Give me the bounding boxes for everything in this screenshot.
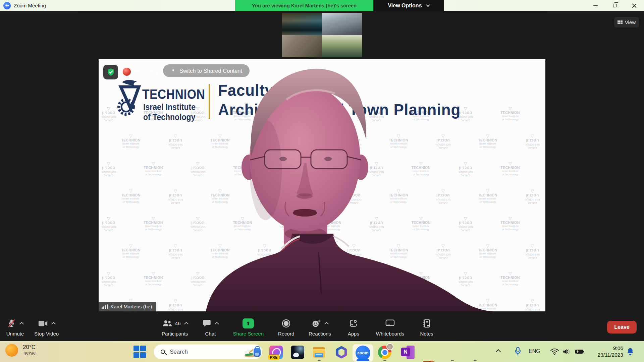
shared-screen-thumbnail[interactable] (282, 13, 362, 57)
zoom-toolbar: Unmute Stop Video (0, 313, 644, 341)
title-bar: Zoom Meeting You are viewing Karel Marte… (0, 0, 644, 11)
participants-button[interactable]: 46 Participants (162, 318, 188, 337)
restore-button[interactable] (605, 0, 625, 11)
zoom-taskbar-active[interactable]: zoom (353, 344, 373, 362)
meeting-area: View ▽הטכניוןמכון טכנולוגילישראל▽TECHNIO… (0, 11, 644, 341)
thumb-earthquake-rubble (282, 35, 322, 57)
search-input[interactable] (170, 349, 244, 355)
video-camera-icon (38, 319, 48, 328)
video-options-chevron[interactable] (51, 322, 56, 326)
speaker-video-tile: ▽הטכניוןמכון טכנולוגילישראל▽TECHNIONIsra… (99, 59, 545, 311)
weather-temperature: 20°C (23, 344, 36, 351)
view-layout-button[interactable]: View (614, 17, 639, 27)
wifi-icon[interactable] (550, 348, 559, 355)
kindle-app-icon[interactable] (291, 346, 304, 359)
onenote-icon[interactable]: N (401, 346, 415, 359)
windows-taskbar: 20°C שמשי PRE zoom (0, 341, 644, 362)
microphone-muted-icon (7, 319, 16, 328)
weather-condition: שמשי (23, 351, 36, 357)
restore-icon (613, 4, 617, 7)
running-indicator-word (451, 360, 454, 361)
reactions-options-chevron[interactable] (325, 322, 329, 326)
pin-icon (170, 68, 176, 74)
running-indicator-excel (474, 360, 477, 361)
minimize-icon (593, 5, 598, 6)
viewing-banner-text: You are viewing Karel Martens (he)'s scr… (252, 3, 357, 8)
zoom-meeting-window: Zoom Meeting You are viewing Karel Marte… (0, 0, 644, 362)
chat-options-chevron[interactable] (215, 322, 219, 326)
recording-indicator-icon (123, 68, 131, 76)
tray-date: 23/11/2023 (584, 352, 623, 358)
chrome-profile-avatar (386, 343, 393, 350)
connection-signal-icon (102, 304, 108, 309)
notes-icon (422, 319, 431, 328)
switch-to-shared-content-button[interactable]: Switch to Shared Content (163, 64, 250, 77)
speaker-icon[interactable] (562, 348, 571, 355)
apps-icon (349, 319, 358, 328)
share-screen-button[interactable]: Share Screen (233, 318, 264, 337)
battery-charging-icon[interactable] (574, 348, 584, 355)
thumb-tsunami-city (282, 13, 322, 35)
language-indicator[interactable]: ENG (529, 348, 540, 354)
participant-name-tag: Karel Martens (he) (99, 302, 156, 311)
shield-check-icon (106, 68, 115, 77)
record-button[interactable]: Record (276, 318, 297, 337)
chat-bubble-icon (202, 319, 211, 328)
notes-button[interactable]: Notes (416, 318, 437, 337)
taskbar-clock[interactable]: 9:06 23/11/2023 (584, 345, 623, 358)
window-title: Zoom Meeting (14, 3, 46, 8)
unmute-options-chevron[interactable] (19, 322, 24, 326)
whiteboard-icon (385, 319, 395, 328)
reactions-smiley-icon (311, 319, 321, 328)
reactions-button[interactable]: Reactions (309, 318, 331, 337)
recording-label: Recording (134, 69, 159, 75)
share-screen-icon (243, 318, 254, 328)
tray-time: 9:06 (584, 345, 623, 352)
record-icon (281, 319, 291, 328)
leave-button[interactable]: Leave (607, 321, 637, 334)
close-icon (632, 3, 637, 8)
zoom-app-icon (3, 2, 11, 9)
thumb-flooded-town (322, 35, 362, 57)
participants-options-chevron[interactable] (184, 322, 189, 326)
taskbar-search[interactable] (154, 344, 262, 359)
powerpoint-icon[interactable]: P (423, 359, 436, 362)
presenter-karel-martens (99, 59, 545, 311)
file-explorer-icon[interactable] (312, 346, 326, 359)
thumb-collapsed-highway (322, 13, 362, 35)
copilot-app-icon[interactable]: PRE (269, 346, 283, 359)
chevron-down-icon (426, 3, 430, 7)
apps-button[interactable]: Apps (343, 318, 364, 337)
participants-count: 46 (175, 320, 181, 326)
whiteboards-button[interactable]: Whiteboards (376, 318, 404, 337)
running-indicator-chrome (383, 360, 386, 361)
search-icon (161, 350, 165, 354)
running-indicator-explorer (318, 360, 321, 361)
taskbar-overflow-chevron[interactable] (496, 349, 501, 355)
sun-icon (5, 344, 18, 357)
close-button[interactable] (625, 0, 644, 11)
chrome-icon[interactable] (378, 346, 391, 359)
search-daily-art (244, 346, 261, 358)
copilot-preview-badge: PRE (268, 355, 279, 360)
participants-icon (162, 319, 172, 328)
microphone-in-use-icon[interactable] (514, 347, 522, 357)
unmute-button[interactable]: Unmute (5, 318, 25, 337)
viewing-banner: You are viewing Karel Martens (he)'s scr… (235, 0, 373, 11)
weather-widget[interactable]: 20°C שמשי (5, 344, 36, 357)
microsoft-365-icon[interactable] (335, 346, 348, 359)
notification-bell-icon[interactable] (626, 347, 635, 357)
zoom-taskbar-icon: zoom (356, 346, 370, 360)
minimize-button[interactable] (586, 0, 605, 11)
chat-button[interactable]: Chat (200, 318, 221, 337)
stop-video-button[interactable]: Stop Video (34, 318, 59, 337)
view-options-button[interactable]: View Options (373, 0, 444, 11)
zoom-active-indicator (357, 359, 369, 361)
security-shield-button[interactable] (103, 65, 118, 79)
gallery-view-icon (618, 20, 623, 24)
start-button[interactable] (133, 346, 146, 358)
